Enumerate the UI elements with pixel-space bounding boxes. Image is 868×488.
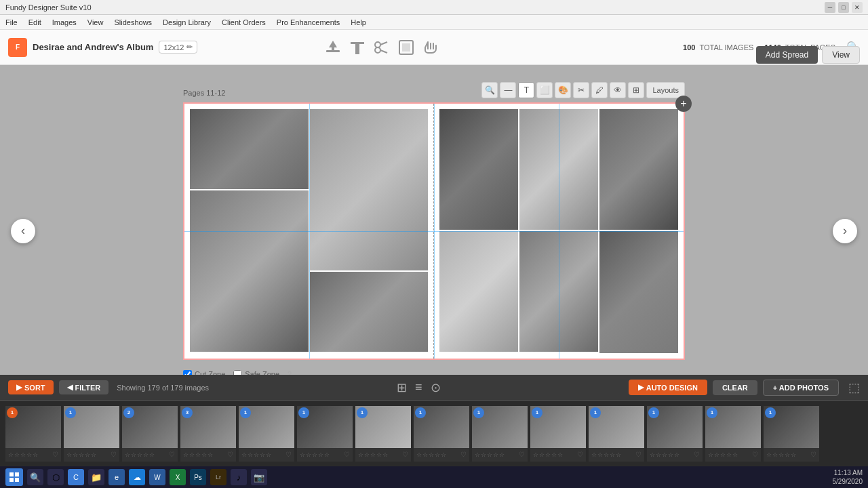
photo-cell[interactable] [190,109,309,189]
zoom-in-btn[interactable]: 🔍 [481,82,498,98]
taskbar-lr[interactable]: Lr [210,469,226,485]
photo-cell[interactable] [439,231,518,352]
layouts-btn[interactable]: Layouts [646,82,685,98]
taskbar-chrome[interactable]: C [68,469,84,485]
thumb-stars[interactable]: ☆☆☆☆☆ [708,451,738,458]
add-spread-button[interactable]: Add Spread [756,46,818,64]
album-size[interactable]: 12x12 ✏ [159,41,197,54]
thumb-heart-icon[interactable]: ♡ [344,451,350,458]
taskbar-photos[interactable]: 📷 [251,469,267,485]
taskbar-files[interactable]: 📁 [88,469,104,485]
menu-file[interactable]: File [5,18,18,26]
photo-cell[interactable] [599,109,678,230]
edit-size-icon[interactable]: ✏ [186,43,193,52]
filter-icon[interactable]: ⊙ [431,380,441,395]
minimize-btn[interactable]: ─ [825,2,835,13]
thumb-stars[interactable]: ☆☆☆☆☆ [241,451,272,458]
thumb-stars[interactable]: ☆☆☆☆☆ [591,451,622,458]
clear-button[interactable]: CLEAR [713,380,757,395]
thumb-heart-icon[interactable]: ♡ [519,451,525,458]
menu-help[interactable]: Help [351,18,366,26]
photo-cell[interactable] [519,231,598,352]
thumbnail-item[interactable]: 1☆☆☆☆☆♡ [530,406,586,462]
taskbar-search[interactable]: 🔍 [27,469,43,485]
thumbnail-item[interactable]: 1☆☆☆☆☆♡ [472,406,528,462]
add-element-button[interactable]: + [675,96,692,112]
taskbar-cortana[interactable]: ⬡ [47,469,64,485]
thumb-stars[interactable]: ☆☆☆☆☆ [183,451,214,458]
export-icon[interactable]: ⬚ [848,380,860,395]
thumbnail-item[interactable]: 1☆☆☆☆☆♡ [5,406,61,462]
auto-design-button[interactable]: ▶ AUTO DESIGN [629,380,707,395]
taskbar-edge[interactable]: e [108,469,125,485]
thumbnail-item[interactable]: 1☆☆☆☆☆♡ [705,406,761,462]
thumbnail-item[interactable]: 1☆☆☆☆☆♡ [589,406,644,462]
thumb-stars[interactable]: ☆☆☆☆☆ [533,451,564,458]
filter-button[interactable]: ◀ FILTER [59,380,109,394]
photo-cell[interactable] [310,272,429,352]
color-tool-btn[interactable]: 🎨 [555,82,571,98]
menu-slideshows[interactable]: Slideshows [114,18,152,26]
thumb-stars[interactable]: ☆☆☆☆☆ [8,451,39,458]
view-button[interactable]: View [822,46,860,64]
add-photos-button[interactable]: + ADD PHOTOS [763,380,839,396]
thumb-heart-icon[interactable]: ♡ [52,451,58,458]
taskbar-excel[interactable]: X [170,469,186,485]
zoom-out-btn[interactable]: — [500,82,516,98]
thumbnail-item[interactable]: 1☆☆☆☆☆♡ [239,406,294,462]
pen-tool-btn[interactable]: 🖊 [591,82,608,98]
thumb-heart-icon[interactable]: ♡ [460,451,467,458]
thumb-heart-icon[interactable]: ♡ [285,451,292,458]
thumbnail-item[interactable]: 3☆☆☆☆☆♡ [180,406,236,462]
close-btn[interactable]: ✕ [852,2,863,13]
thumbnail-item[interactable]: 1☆☆☆☆☆♡ [297,406,353,462]
thumbnail-item[interactable]: 2☆☆☆☆☆♡ [122,406,178,462]
taskbar-ps[interactable]: Ps [190,469,206,485]
taskbar-onedrive[interactable]: ☁ [129,469,145,485]
thumb-heart-icon[interactable]: ♡ [694,451,700,458]
prev-spread-button[interactable]: ‹ [11,219,35,243]
next-spread-button[interactable]: › [833,219,857,243]
text-tool-btn[interactable]: T [518,82,534,98]
thumb-stars[interactable]: ☆☆☆☆☆ [358,451,389,458]
thumb-stars[interactable]: ☆☆☆☆☆ [300,451,330,458]
grid-tool-btn[interactable]: ⊞ [628,82,644,98]
sort-button[interactable]: ▶ SORT [8,380,54,394]
thumb-stars[interactable]: ☆☆☆☆☆ [416,451,447,458]
menu-pro-enhancements[interactable]: Pro Enhancements [277,18,340,26]
thumb-heart-icon[interactable]: ♡ [577,451,583,458]
text-btn[interactable] [348,38,367,57]
thumbnail-item[interactable]: 1☆☆☆☆☆♡ [414,406,469,462]
menu-edit[interactable]: Edit [28,18,41,26]
thumb-heart-icon[interactable]: ♡ [752,451,758,458]
import-btn[interactable] [323,38,342,57]
scissors-btn[interactable] [372,38,391,57]
start-button[interactable] [5,468,23,486]
photo-cell[interactable] [599,231,678,353]
thumb-heart-icon[interactable]: ♡ [402,451,408,458]
thumb-stars[interactable]: ☆☆☆☆☆ [650,451,680,458]
photo-cell[interactable] [519,109,598,230]
thumbnail-item[interactable]: 1☆☆☆☆☆♡ [764,406,819,462]
thumb-stars[interactable]: ☆☆☆☆☆ [766,451,797,458]
thumb-heart-icon[interactable]: ♡ [169,451,175,458]
eye-tool-btn[interactable]: 👁 [610,82,626,98]
hand-btn[interactable] [421,38,440,57]
thumbnail-item[interactable]: 1☆☆☆☆☆♡ [355,406,411,462]
thumb-stars[interactable]: ☆☆☆☆☆ [125,451,155,458]
menu-images[interactable]: Images [52,18,77,26]
thumb-heart-icon[interactable]: ♡ [227,451,233,458]
frames-btn[interactable] [397,38,416,57]
thumb-stars[interactable]: ☆☆☆☆☆ [66,451,97,458]
grid-view-icon[interactable]: ⊞ [397,380,407,395]
thumbnail-item[interactable]: 1☆☆☆☆☆♡ [647,406,703,462]
thumb-stars[interactable]: ☆☆☆☆☆ [475,451,505,458]
list-view-icon[interactable]: ≡ [415,380,422,394]
maximize-btn[interactable]: □ [838,2,849,13]
menu-view[interactable]: View [87,18,104,26]
photo-cell[interactable] [310,109,429,270]
photo-cell[interactable] [190,190,309,352]
thumb-heart-icon[interactable]: ♡ [635,451,642,458]
thumb-heart-icon[interactable]: ♡ [111,451,117,458]
menu-design-library[interactable]: Design Library [163,18,211,26]
